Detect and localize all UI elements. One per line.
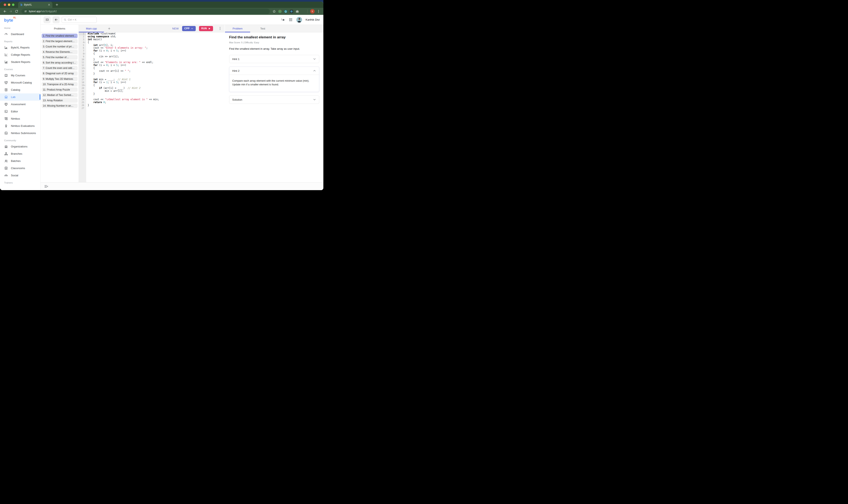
sidebar-item-batches[interactable]: Batches — [0, 157, 40, 165]
add-file-icon[interactable] — [107, 26, 111, 31]
sidebar-item-nimbus[interactable]: Nimbus — [0, 115, 40, 122]
code-editor[interactable]: 1#include <iostream>2using namespace std… — [79, 32, 224, 182]
sidebar-item-label: Batches — [11, 159, 21, 162]
code-line: 5 int arr[5], i; — [79, 44, 224, 47]
code-line: 4▾{ — [79, 41, 224, 44]
browser-tab[interactable]: b ByteXL — [18, 2, 52, 8]
code-line: 19▾ { — [79, 84, 224, 87]
accordion-header-hint-1[interactable]: Hint 1 — [229, 55, 319, 63]
reload-icon[interactable] — [14, 9, 19, 14]
search-box[interactable] — [62, 17, 97, 23]
accordion-body: Compare each array element with the curr… — [229, 75, 319, 92]
extensions-puzzle-icon[interactable] — [301, 10, 305, 13]
sidebar-item-college-reports[interactable]: College Reports — [0, 51, 40, 58]
right-panel-body: Find the smallest element in array Max S… — [225, 32, 323, 182]
sidebar-item-nimbus-evaluations[interactable]: Nimbus Evaluations — [0, 122, 40, 129]
code-text: { — [86, 67, 95, 70]
language-select-button[interactable]: CPP — [182, 26, 196, 31]
user-avatar[interactable] — [296, 17, 302, 23]
sidebar-item-label: Classrooms — [11, 167, 25, 170]
line-number: 27 — [79, 107, 86, 110]
menu-close-icon[interactable] — [44, 184, 49, 189]
problem-item[interactable]: 4. Reverse the Elements… — [42, 50, 77, 54]
bytexl-logo[interactable]: byteXL — [0, 15, 40, 24]
sidebar-item-label: ByteXL Reports — [11, 46, 30, 49]
fold-arrow-icon[interactable]: ▾ — [84, 53, 85, 55]
code-line: 12 for (i = 0; i < 5; i++) — [79, 64, 224, 67]
sidebar-item-bytexl-reports[interactable]: ByteXL Reports — [0, 44, 40, 51]
problem-item[interactable]: 1. Find the smallest element… — [42, 34, 77, 38]
screenshot-extension-icon[interactable] — [295, 10, 299, 13]
problem-item[interactable]: 5. Find the number of… — [42, 55, 77, 59]
nav-section-label: Courses — [0, 66, 40, 72]
problem-item[interactable]: 6. Sort the array according t… — [42, 60, 77, 65]
sidebar-item-nimbus-submissions[interactable]: Nimbus Submissions — [0, 129, 40, 137]
main-area: Karthik Divi Problems 1. Find the smalle… — [41, 15, 323, 190]
bookmark-star-icon[interactable] — [272, 10, 276, 13]
problem-item[interactable]: 3. Count the number of pri… — [42, 44, 77, 49]
new-file-button[interactable]: NEW — [172, 27, 179, 30]
site-settings-icon[interactable] — [24, 10, 27, 13]
medal-icon — [4, 124, 8, 128]
problem-item[interactable]: 8. Diagonal sum of 2D array — [42, 71, 77, 76]
grammarly-extension-icon[interactable] — [284, 10, 288, 13]
tab-title: ByteXL — [24, 3, 46, 6]
problem-item[interactable]: 14. Missing Number in an… — [42, 104, 77, 108]
sidebar-item-label: Nimbus — [11, 117, 20, 120]
menu-open-icon[interactable] — [43, 16, 51, 23]
accordion-header-hint-2[interactable]: Hint 2 — [229, 67, 319, 75]
close-window-button[interactable] — [4, 3, 6, 6]
new-tab-button[interactable] — [54, 2, 59, 7]
search-input[interactable] — [68, 18, 91, 21]
code-text: int arr[5], i; — [86, 44, 113, 47]
problem-item[interactable]: 12. Median of Two Sorted… — [42, 93, 77, 97]
sidebar-item-dashboard[interactable]: Dashboard — [0, 31, 40, 38]
orbit-extension-icon[interactable] — [278, 10, 282, 13]
fold-arrow-icon[interactable]: ▾ — [84, 84, 85, 87]
sidebar-item-microsoft-catalog[interactable]: Microsoft Catalog — [0, 79, 40, 86]
minimize-window-button[interactable] — [8, 3, 10, 6]
fold-arrow-icon[interactable]: ▾ — [84, 67, 85, 70]
zoom-window-button[interactable] — [12, 3, 15, 6]
back-icon[interactable] — [2, 9, 7, 14]
file-tab-main-cpp[interactable]: Main.cpp — [79, 27, 104, 30]
problem-item[interactable]: 10. Transpose of a 2D Array — [42, 82, 77, 87]
sidebar-item-catalog[interactable]: Catalog — [0, 86, 40, 93]
bank-icon — [4, 145, 8, 148]
sidebar-item-branches[interactable]: Branches — [0, 150, 40, 157]
play-icon — [208, 27, 211, 30]
accordion-header-solution[interactable]: Solution — [229, 96, 319, 104]
sidebar-item-organizations[interactable]: Organizations — [0, 143, 40, 150]
bottom-bar — [41, 182, 323, 190]
close-tab-icon[interactable] — [48, 3, 51, 6]
forward-icon[interactable] — [8, 9, 13, 14]
editor-kebab-icon[interactable] — [218, 26, 222, 31]
sidebar-item-assessment[interactable]: Assessment — [0, 101, 40, 108]
sidebar-item-social[interactable]: Social — [0, 172, 40, 179]
code-line: 6 cout << "Enter 5 elements in array: "; — [79, 47, 224, 50]
browser-menu-kebab-icon[interactable] — [317, 10, 321, 13]
problem-item[interactable]: 13. Array Rotation — [42, 98, 77, 103]
react-devtools-extension-icon[interactable] — [290, 10, 293, 13]
problem-item[interactable]: 7. Count the even and odd… — [42, 66, 77, 71]
sidebar-item-student-reports[interactable]: Student Reports — [0, 58, 40, 66]
browser-profile-avatar[interactable]: k — [310, 9, 315, 14]
sidebar-item-my-courses[interactable]: My Courses — [0, 72, 40, 79]
address-bar[interactable]: bytexl.app/lab/3z4jgrp62 — [21, 9, 270, 14]
problem-item[interactable]: 2. Find the largest element… — [42, 39, 77, 43]
chat-icon[interactable] — [281, 18, 285, 22]
sidebar-item-lab[interactable]: Lab — [0, 93, 40, 101]
fold-arrow-icon[interactable]: ▾ — [84, 41, 85, 44]
problem-item[interactable]: 9. Multiply Two 2D Matrices — [42, 77, 77, 81]
sidebar-item-classrooms[interactable]: Classrooms — [0, 165, 40, 172]
apps-grid-icon[interactable] — [289, 18, 293, 22]
back-arrow-button[interactable] — [53, 16, 59, 23]
tab-test[interactable]: Test — [250, 25, 275, 32]
problem-item[interactable]: 11. Product Array Puzzle — [42, 87, 77, 92]
assessment-icon — [4, 102, 8, 106]
sidebar-item-editor[interactable]: Editor — [0, 108, 40, 115]
sidebar-item-label: Dashboard — [11, 33, 24, 36]
sidebar-item-label: Branches — [11, 152, 22, 155]
tab-problem[interactable]: Problem — [225, 25, 250, 32]
run-button[interactable]: RUN — [199, 26, 213, 31]
